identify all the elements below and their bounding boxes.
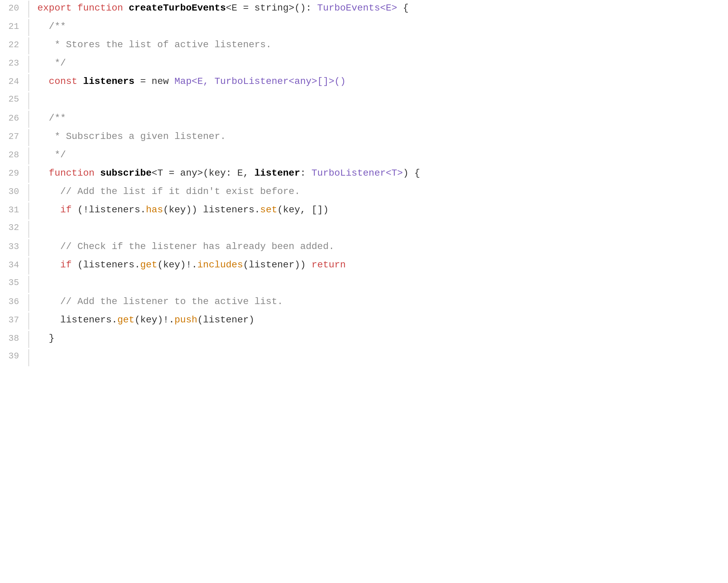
token-comment-doc: * Stores the list of active listeners. (54, 39, 272, 50)
line-gutter (27, 313, 29, 330)
token-plain: listeners. (60, 315, 117, 325)
token-plain (37, 296, 60, 307)
line-content: */ (36, 56, 728, 71)
token-plain: <E = string>(): (226, 3, 317, 13)
token-fn-name: createTurboEvents (129, 3, 226, 13)
token-kw-const: const (49, 76, 83, 87)
code-line: 38 } (0, 330, 728, 349)
token-comment-doc: */ (54, 149, 66, 160)
line-number: 20 (0, 1, 27, 16)
line-number: 25 (0, 92, 27, 107)
code-line: 20export function createTurboEvents<E = … (0, 0, 728, 18)
line-number: 26 (0, 111, 27, 126)
token-kw-if: if (60, 260, 77, 270)
token-method: get (117, 315, 134, 325)
token-plain: (key)!. (157, 260, 197, 270)
token-plain: (!listeners. (77, 205, 146, 215)
line-content: * Subscribes a given listener. (36, 129, 728, 144)
token-plain (37, 333, 49, 343)
token-plain (37, 186, 60, 197)
line-content: * Stores the list of active listeners. (36, 37, 728, 53)
token-plain: : (300, 168, 312, 178)
line-number: 33 (0, 240, 27, 254)
token-plain (37, 58, 54, 68)
line-gutter (27, 37, 29, 54)
code-line: 29 function subscribe<T = any>(key: E, l… (0, 165, 728, 183)
token-method: set (260, 205, 277, 215)
code-line: 24 const listeners = new Map<E, TurboLis… (0, 73, 728, 92)
line-number: 24 (0, 75, 27, 89)
line-gutter (27, 56, 29, 73)
token-kw-export: export (37, 3, 77, 13)
token-comment: // Check if the listener has already bee… (60, 241, 334, 252)
token-plain: (key, []) (277, 205, 329, 215)
token-comment-doc: /** (49, 21, 66, 32)
line-content: } (36, 331, 728, 346)
token-method: push (174, 315, 197, 325)
token-fn-name: subscribe (100, 168, 152, 178)
token-plain: (key)!. (135, 315, 175, 325)
line-gutter (27, 276, 29, 293)
token-plain (37, 241, 60, 252)
line-gutter (27, 129, 29, 146)
code-line: 33 // Check if the listener has already … (0, 238, 728, 257)
line-content: // Add the listener to the active list. (36, 294, 728, 310)
code-line: 25 (0, 92, 728, 110)
line-gutter (27, 74, 29, 91)
token-type-ref: TurboListener (214, 76, 289, 87)
token-plain (37, 205, 60, 215)
line-number: 34 (0, 258, 27, 272)
line-gutter (27, 258, 29, 275)
token-method: get (140, 260, 157, 270)
token-fn-name: listener (255, 168, 300, 178)
code-line: 22 * Stores the list of active listeners… (0, 37, 728, 55)
line-content: export function createTurboEvents<E = st… (36, 1, 728, 16)
line-number: 27 (0, 130, 27, 144)
line-content: */ (36, 147, 728, 163)
token-comment-doc: * Subscribes a given listener. (54, 131, 226, 142)
code-line: 39 (0, 349, 728, 367)
line-gutter (27, 1, 29, 18)
line-gutter (27, 221, 29, 238)
token-plain (37, 113, 49, 123)
line-content: /** (36, 19, 728, 34)
token-type-ref: <any>[]>() (289, 76, 346, 87)
line-number: 32 (0, 221, 27, 235)
token-kw-function: function (77, 3, 129, 13)
token-comment: // Add the list if it didn't exist befor… (60, 186, 300, 197)
token-comment: // Add the listener to the active list. (60, 296, 283, 307)
line-content: /** (36, 111, 728, 126)
token-method: includes (197, 260, 243, 270)
line-gutter (27, 92, 29, 109)
code-line: 30 // Add the list if it didn't exist be… (0, 183, 728, 202)
code-line: 31 if (!listeners.has(key)) listeners.se… (0, 202, 728, 220)
token-plain: } (49, 333, 55, 343)
line-number: 29 (0, 166, 27, 181)
line-number: 21 (0, 20, 27, 34)
token-plain: (listener) (197, 315, 255, 325)
line-content: if (!listeners.has(key)) listeners.set(k… (36, 202, 728, 218)
line-number: 39 (0, 349, 27, 364)
line-number: 28 (0, 148, 27, 162)
code-line: 21 /** (0, 18, 728, 37)
token-plain: ) { (403, 168, 420, 178)
line-gutter (27, 239, 29, 256)
token-plain (37, 260, 60, 270)
token-plain (37, 168, 49, 178)
token-kw-if: if (60, 205, 77, 215)
token-kw-return: return (312, 260, 346, 270)
line-gutter (27, 147, 29, 164)
code-line: 37 listeners.get(key)!.push(listener) (0, 312, 728, 330)
line-number: 30 (0, 185, 27, 199)
token-plain (37, 21, 49, 32)
line-gutter (27, 331, 29, 348)
token-fn-name: listeners (83, 76, 134, 87)
token-type-ref: TurboEvents<E> (317, 3, 397, 13)
code-line: 32 (0, 220, 728, 238)
line-number: 36 (0, 295, 27, 309)
token-plain (37, 149, 54, 160)
token-comment-doc: /** (49, 113, 66, 123)
code-editor: 20export function createTurboEvents<E = … (0, 0, 728, 583)
line-content: // Add the list if it didn't exist befor… (36, 184, 728, 199)
code-line: 27 * Subscribes a given listener. (0, 128, 728, 147)
